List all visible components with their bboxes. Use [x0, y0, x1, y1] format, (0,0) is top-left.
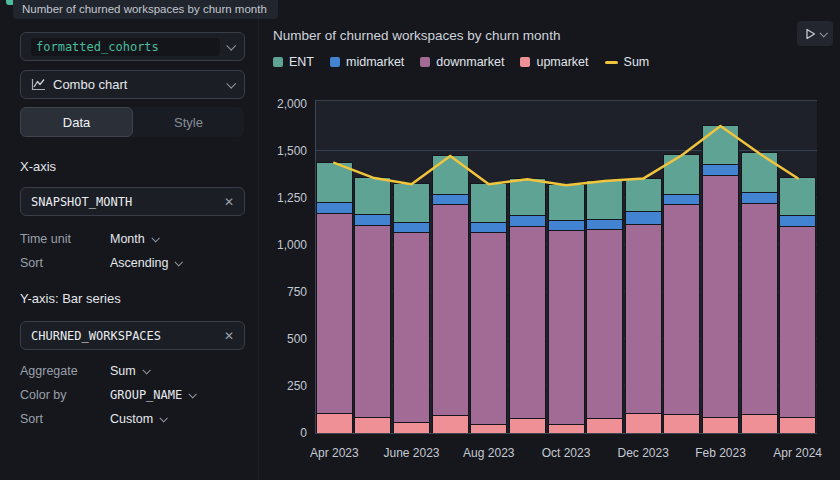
prop-value-dropdown[interactable]: Sum — [110, 364, 149, 378]
x-axis-heading: X-axis — [20, 159, 56, 174]
combo-chart-icon — [31, 78, 46, 91]
prop-row-color-by: Color byGROUP_NAME — [20, 387, 248, 403]
legend-label: Sum — [624, 55, 650, 69]
cell-title-tab[interactable]: Number of churned workspaces by churn mo… — [13, 0, 278, 19]
prop-label: Sort — [20, 412, 110, 426]
prop-row-sort: SortCustom — [20, 411, 248, 427]
prop-label: Aggregate — [20, 364, 110, 378]
prop-value-dropdown[interactable]: Month — [110, 232, 158, 246]
chevron-down-icon — [226, 79, 236, 89]
x-axis-field[interactable]: SNAPSHOT_MONTH ✕ — [20, 187, 245, 216]
legend-item-midmarket[interactable]: midmarket — [330, 55, 404, 69]
chevron-down-icon — [819, 29, 827, 37]
chart-type-value: Combo chart — [53, 77, 220, 92]
sum-line — [315, 100, 817, 433]
x-axis-line — [315, 433, 817, 434]
prop-label: Time unit — [20, 232, 110, 246]
chevron-down-icon — [226, 41, 236, 51]
chevron-down-icon — [160, 414, 168, 422]
legend-item-upmarket[interactable]: upmarket — [520, 55, 588, 69]
clear-field-icon[interactable]: ✕ — [224, 329, 234, 343]
legend-item-ent[interactable]: ENT — [273, 55, 314, 69]
y-tick-label: 1,000 — [247, 238, 307, 252]
x-tick-label: Apr 2024 — [753, 446, 840, 460]
legend-swatch — [273, 57, 283, 67]
legend-swatch — [520, 57, 530, 67]
prop-row-sort: SortAscending — [20, 255, 248, 271]
chevron-down-icon — [189, 390, 197, 398]
legend-swatch — [420, 57, 430, 67]
y-tick-label: 0 — [247, 426, 307, 440]
legend-label: ENT — [289, 55, 314, 69]
prop-row-aggregate: AggregateSum — [20, 363, 248, 379]
prop-label: Sort — [20, 256, 110, 270]
legend-item-sum[interactable]: Sum — [605, 55, 650, 69]
y-axis-field-value: CHURNED_WORKSPACES — [31, 329, 217, 343]
prop-value-dropdown[interactable]: GROUP_NAME — [110, 388, 195, 402]
legend-swatch — [330, 57, 340, 67]
legend-label: midmarket — [346, 55, 404, 69]
y-axis-field[interactable]: CHURNED_WORKSPACES ✕ — [20, 321, 245, 350]
tab-style[interactable]: Style — [133, 107, 244, 137]
y-tick-label: 1,250 — [247, 191, 307, 205]
legend-label: upmarket — [536, 55, 588, 69]
y-tick-label: 750 — [247, 285, 307, 299]
y-axis-line — [315, 100, 316, 433]
chevron-down-icon — [151, 234, 159, 242]
chart-legend: ENTmidmarketdownmarketupmarketSum — [273, 55, 649, 69]
prop-label: Color by — [20, 388, 110, 402]
legend-label: downmarket — [436, 55, 504, 69]
prop-row-time-unit: Time unitMonth — [20, 231, 248, 247]
play-icon — [805, 28, 816, 40]
y-tick-label: 2,000 — [247, 97, 307, 111]
chart-title: Number of churned workspaces by churn mo… — [273, 28, 560, 43]
y-tick-label: 500 — [247, 332, 307, 346]
data-style-tabbar: DataStyle — [20, 107, 244, 137]
prop-value-dropdown[interactable]: Custom — [110, 412, 166, 426]
tab-data[interactable]: Data — [20, 107, 133, 137]
legend-swatch — [605, 61, 618, 64]
x-axis-field-value: SNAPSHOT_MONTH — [31, 195, 217, 209]
prop-value-dropdown[interactable]: Ascending — [110, 256, 181, 270]
source-table-value: formatted_cohorts — [31, 38, 220, 56]
chevron-down-icon — [175, 258, 183, 266]
plot-area: Apr 2023June 2023Aug 2023Oct 2023Dec 202… — [315, 100, 817, 433]
run-button[interactable] — [797, 21, 833, 46]
y-tick-label: 1,500 — [247, 144, 307, 158]
y-tick-label: 250 — [247, 379, 307, 393]
clear-field-icon[interactable]: ✕ — [224, 195, 234, 209]
chevron-down-icon — [142, 366, 150, 374]
chart-type-select[interactable]: Combo chart — [20, 70, 245, 99]
source-table-select[interactable]: formatted_cohorts — [20, 32, 245, 61]
y-axis-heading: Y-axis: Bar series — [20, 291, 121, 306]
legend-item-downmarket[interactable]: downmarket — [420, 55, 504, 69]
